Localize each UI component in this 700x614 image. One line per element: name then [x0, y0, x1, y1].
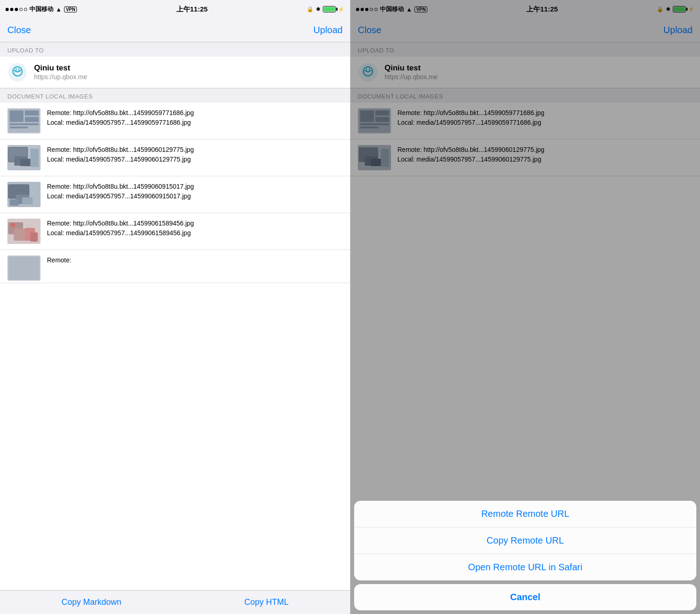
remote-label-1: Remote: http://ofv5o8t8u.bkt...145990597…: [47, 108, 343, 118]
images-section-header-left: DOCUMENT LOCAL IMAGES: [0, 88, 350, 103]
time-left: 上午11:25: [176, 5, 208, 14]
charge-icon-left: ⚡: [338, 6, 344, 12]
qiniu-logo-left: [7, 62, 28, 82]
list-item[interactable]: Remote: http://ofv5o8t8u.bkt...145990615…: [0, 213, 350, 250]
svg-rect-22: [30, 232, 38, 242]
list-item[interactable]: Remote: http://ofv5o8t8u.bkt...145990601…: [0, 139, 350, 176]
left-panel: 中国移动 ▲ VPN 上午11:25 🔒 ✱ ⚡ Close Upload UP…: [0, 0, 350, 614]
action-sheet-group: Remote Remote URL Copy Remote URL Open R…: [354, 501, 696, 580]
list-item[interactable]: Remote: http://ofv5o8t8u.bkt...145990597…: [0, 103, 350, 139]
upload-destination-left[interactable]: Qiniu test https://up.qbox.me: [0, 57, 350, 88]
action-cancel-button[interactable]: Cancel: [354, 584, 696, 610]
remote-label-2: Remote: http://ofv5o8t8u.bkt...145990601…: [47, 145, 343, 155]
action-remote-remote-url[interactable]: Remote Remote URL: [354, 501, 696, 527]
dest-url-left: https://up.qbox.me: [34, 73, 87, 81]
local-label-3: Local: media/14599057957...1459906091501…: [47, 191, 343, 201]
svg-rect-16: [33, 186, 39, 204]
svg-rect-10: [20, 159, 31, 166]
copy-html-button[interactable]: Copy HTML: [244, 597, 288, 607]
action-copy-remote-url[interactable]: Copy Remote URL: [354, 527, 696, 554]
local-label-2: Local: media/14599057957...1459906012977…: [47, 155, 343, 164]
bottom-bar-left: Copy Markdown Copy HTML: [0, 590, 350, 614]
image-thumb-5: [7, 255, 41, 281]
svg-rect-5: [10, 123, 39, 125]
right-panel: 中国移动 ▲ VPN 上午11:25 🔒 ✱ ⚡ Close Upload UP…: [350, 0, 700, 614]
nav-bar-left: Close Upload: [0, 18, 350, 42]
remote-label-3: Remote: http://ofv5o8t8u.bkt...145990609…: [47, 182, 343, 191]
svg-rect-6: [10, 127, 28, 128]
battery-left: [323, 6, 336, 12]
dot5: [24, 8, 27, 11]
image-thumb-2: [7, 145, 41, 170]
copy-markdown-button[interactable]: Copy Markdown: [61, 597, 121, 607]
dot1: [6, 8, 9, 11]
image-thumb-1: [7, 108, 41, 133]
svg-rect-3: [25, 110, 39, 116]
upload-section-header-left: UPLOAD TO: [0, 42, 350, 57]
image-thumb-3: [7, 182, 41, 207]
action-open-safari[interactable]: Open Remote URL in Safari: [354, 554, 696, 580]
remote-label-4: Remote: http://ofv5o8t8u.bkt...145990615…: [47, 219, 343, 228]
lock-icon-left: 🔒: [307, 6, 314, 12]
svg-rect-15: [22, 197, 34, 204]
image-list-left[interactable]: Remote: http://ofv5o8t8u.bkt...145990597…: [0, 103, 350, 590]
action-sheet-overlay: Remote Remote URL Copy Remote URL Open R…: [350, 0, 700, 614]
dot2: [10, 8, 13, 11]
battery-fill-left: [324, 7, 335, 12]
svg-rect-23: [8, 256, 40, 280]
close-button-left[interactable]: Close: [7, 25, 31, 35]
local-label-1: Local: media/14599057957...1459905977168…: [47, 118, 343, 127]
list-item[interactable]: Remote: http://ofv5o8t8u.bkt...145990609…: [0, 176, 350, 213]
list-item[interactable]: Remote:: [0, 250, 350, 283]
svg-rect-19: [14, 229, 26, 241]
dot4: [19, 8, 23, 11]
wifi-icon-left: ▲: [56, 6, 62, 13]
svg-rect-4: [25, 117, 39, 122]
image-thumb-4: [7, 219, 41, 244]
svg-rect-11: [30, 149, 39, 167]
bt-icon-left: ✱: [316, 6, 321, 12]
svg-rect-2: [10, 110, 23, 122]
vpn-badge-left: VPN: [64, 6, 77, 12]
local-label-4: Local: media/14599057957...1459906158945…: [47, 228, 343, 238]
dot3: [15, 8, 18, 11]
svg-point-21: [11, 223, 15, 227]
status-bar-left: 中国移动 ▲ VPN 上午11:25 🔒 ✱ ⚡: [0, 0, 350, 18]
remote-label-5: Remote:: [47, 255, 343, 265]
dest-name-left: Qiniu test: [34, 64, 87, 73]
signal-dots: [6, 8, 27, 11]
carrier-left: 中国移动: [29, 5, 53, 13]
svg-rect-17: [10, 199, 19, 206]
upload-button-left[interactable]: Upload: [314, 25, 343, 35]
